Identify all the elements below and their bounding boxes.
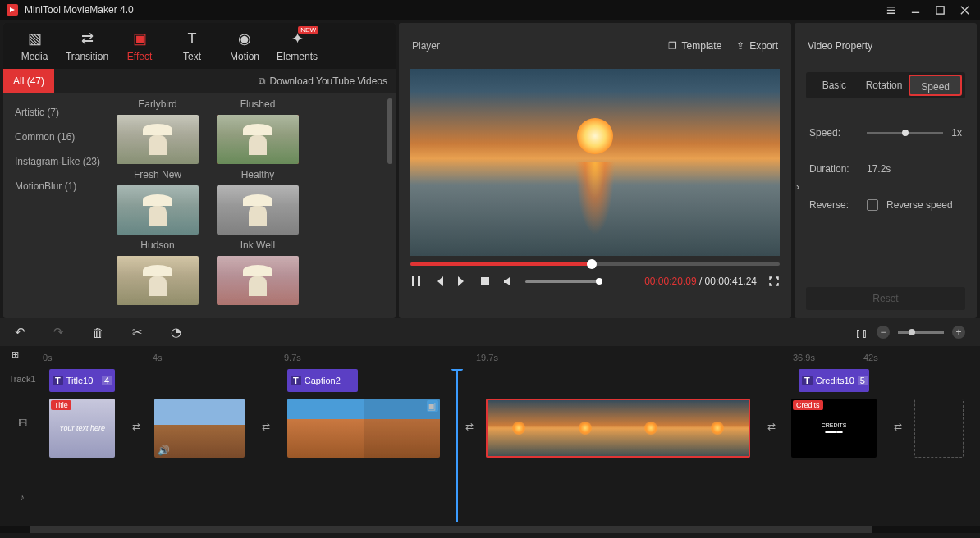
ruler-tick: 36.9s xyxy=(793,353,815,362)
tab-elements[interactable]: NEW✦Elements xyxy=(271,23,323,69)
player-title: Player xyxy=(412,40,440,52)
tab-rotation[interactable]: Rotation xyxy=(859,75,909,96)
timeline: ↶ ↷ 🗑 ✂ ◔ ⫿⫿ − + ⊞ 0s4s9.7s19.7s36.9s42s… xyxy=(0,318,980,533)
transition-button[interactable]: ⇄ xyxy=(461,418,478,435)
video-clip[interactable]: 🔊 xyxy=(154,399,245,458)
text-icon: T xyxy=(188,30,197,48)
video-preview xyxy=(410,69,780,256)
split-button[interactable]: ✂ xyxy=(132,325,143,340)
minimize-icon[interactable] xyxy=(906,1,924,19)
media-panel: ▧Media⇄Transition▣EffectTText◉MotionNEW✦… xyxy=(3,23,396,318)
tab-transition[interactable]: ⇄Transition xyxy=(61,23,113,69)
media-icon: ▧ xyxy=(28,30,42,48)
video-clip[interactable] xyxy=(486,399,750,458)
video-clip[interactable]: ▣ xyxy=(287,399,440,458)
tab-basic[interactable]: Basic xyxy=(809,75,859,96)
empty-clip-slot[interactable] xyxy=(914,399,964,458)
effect-thumbnail[interactable] xyxy=(217,115,299,164)
effect-label: Ink Well xyxy=(217,235,299,256)
delete-button[interactable]: 🗑 xyxy=(92,326,104,340)
effect-label: Fresh New xyxy=(117,164,199,185)
maximize-icon[interactable] xyxy=(931,1,949,19)
tab-text[interactable]: TText xyxy=(166,23,218,69)
duration-value: 17.2s xyxy=(867,163,891,175)
zoom-in-button[interactable]: + xyxy=(952,326,965,339)
tab-motion[interactable]: ◉Motion xyxy=(218,23,271,69)
text-clip[interactable]: TCredits105 xyxy=(799,369,869,392)
pause-button[interactable] xyxy=(410,276,422,287)
effect-label: Flushed xyxy=(217,93,299,115)
category-item[interactable]: Instagram-Like (23) xyxy=(3,149,110,174)
effect-icon: ▣ xyxy=(133,30,147,48)
video-clip[interactable]: CreditsCREDITS▬▬▬ xyxy=(791,399,877,458)
download-icon: ⧉ xyxy=(259,75,266,87)
effect-label: Earlybird xyxy=(117,93,199,115)
category-all[interactable]: All (47) xyxy=(3,69,54,93)
text-track[interactable]: TTitle104TCaption2TCredits105 xyxy=(43,369,980,394)
video-track[interactable]: TitleYour text here🔊▣CreditsCREDITS▬▬▬⇄⇄… xyxy=(43,399,980,461)
effect-thumbnail[interactable] xyxy=(117,256,199,305)
text-clip[interactable]: TCaption2 xyxy=(287,369,358,392)
ruler-tick: 42s xyxy=(863,353,878,362)
seek-bar[interactable] xyxy=(410,262,780,266)
transition-button[interactable]: ⇄ xyxy=(128,418,144,435)
collapse-handle[interactable]: › xyxy=(795,171,804,203)
time-ruler[interactable]: ⊞ 0s4s9.7s19.7s36.9s42s xyxy=(0,346,980,369)
property-title: Video Property xyxy=(808,40,872,52)
add-track-icon[interactable]: ⊞ xyxy=(11,349,19,360)
download-youtube-link[interactable]: ⧉ Download YouTube Videos xyxy=(259,75,387,87)
effect-thumbnail[interactable] xyxy=(217,185,299,235)
timeline-scrollbar[interactable] xyxy=(0,526,980,533)
close-icon[interactable] xyxy=(955,1,973,19)
text-clip[interactable]: TTitle104 xyxy=(49,369,115,392)
effect-label: Healthy xyxy=(217,164,299,185)
speed-slider[interactable] xyxy=(867,132,943,134)
svg-rect-3 xyxy=(481,277,489,285)
transition-button[interactable]: ⇄ xyxy=(890,418,906,435)
svg-rect-2 xyxy=(418,276,420,286)
category-item[interactable]: Common (16) xyxy=(3,125,110,149)
export-button[interactable]: ⇪Export xyxy=(736,40,778,52)
video-track-icon: 🎞 xyxy=(3,418,41,428)
undo-button[interactable]: ↶ xyxy=(15,325,25,340)
ruler-tick: 0s xyxy=(43,353,53,362)
tab-media[interactable]: ▧Media xyxy=(8,23,61,69)
fit-button[interactable]: ⫿⫿ xyxy=(855,326,868,340)
category-item[interactable]: MotionBlur (1) xyxy=(3,174,110,198)
template-button[interactable]: ❐Template xyxy=(668,40,722,52)
export-icon: ⇪ xyxy=(736,40,744,52)
scrollbar[interactable] xyxy=(387,98,392,164)
effect-thumbnail[interactable] xyxy=(217,256,299,305)
ruler-tick: 19.7s xyxy=(476,353,498,362)
svg-rect-1 xyxy=(412,276,414,286)
video-clip[interactable]: TitleYour text here xyxy=(49,399,115,458)
app-logo xyxy=(7,4,18,16)
hamburger-icon[interactable] xyxy=(882,1,900,19)
reverse-checkbox[interactable] xyxy=(867,199,878,211)
prev-button[interactable] xyxy=(433,276,445,287)
speed-tool-button[interactable]: ◔ xyxy=(171,325,181,340)
stop-button[interactable] xyxy=(479,276,491,287)
volume-icon[interactable] xyxy=(502,276,514,287)
redo-button[interactable]: ↷ xyxy=(53,325,64,340)
zoom-slider[interactable] xyxy=(898,331,944,334)
category-item[interactable]: Artistic (7) xyxy=(3,100,110,125)
player-panel: Player ❐Template ⇪Export 00:00:20.09 / 0… xyxy=(399,23,791,318)
tab-speed[interactable]: Speed xyxy=(909,75,962,96)
volume-slider[interactable] xyxy=(525,280,599,283)
effect-thumbnail[interactable] xyxy=(117,115,199,164)
transition-button[interactable]: ⇄ xyxy=(258,418,274,435)
app-title: MiniTool MovieMaker 4.0 xyxy=(25,4,875,16)
reset-button[interactable]: Reset xyxy=(806,287,965,310)
svg-rect-0 xyxy=(936,6,943,13)
timecode: 00:00:20.09 / 00:00:41.24 xyxy=(644,276,757,287)
audio-track-icon: ♪ xyxy=(3,492,41,502)
ruler-tick: 9.7s xyxy=(284,353,301,362)
effect-category-list: Artistic (7)Common (16)Instagram-Like (2… xyxy=(3,93,110,318)
tab-effect[interactable]: ▣Effect xyxy=(113,23,166,69)
effect-thumbnail[interactable] xyxy=(117,185,199,235)
zoom-out-button[interactable]: − xyxy=(877,326,890,339)
transition-button[interactable]: ⇄ xyxy=(763,418,780,435)
next-button[interactable] xyxy=(456,276,468,287)
fullscreen-button[interactable] xyxy=(768,276,780,287)
